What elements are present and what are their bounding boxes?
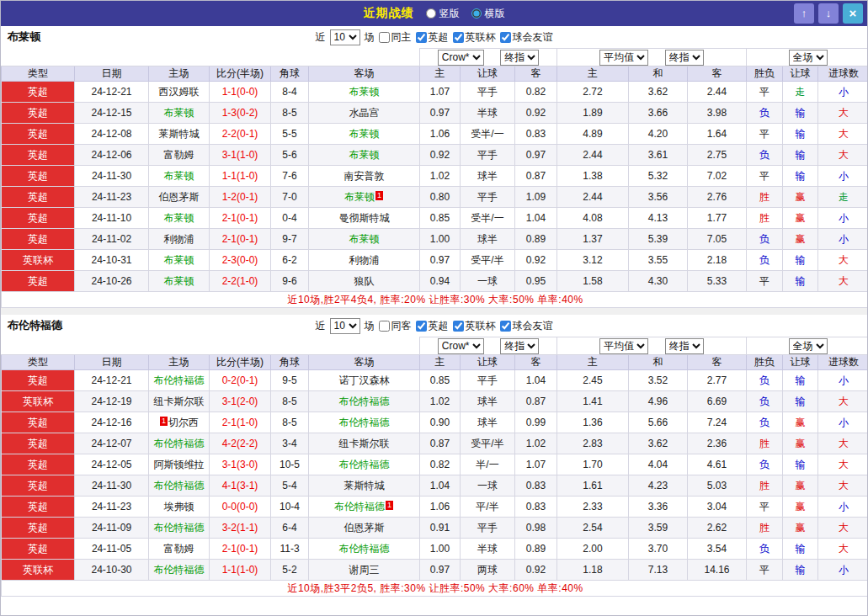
- match-count-select[interactable]: 10: [330, 318, 360, 334]
- close-button[interactable]: ×: [843, 3, 863, 24]
- cell-date: 24-12-15: [75, 103, 149, 124]
- cell-odds-handicap: 平手: [461, 370, 515, 391]
- cell-date: 24-12-16: [75, 412, 149, 433]
- same-venue-checkbox[interactable]: [379, 32, 390, 43]
- away-team-name: 南安普敦: [344, 170, 385, 182]
- cell-odds-handicap: 一球: [461, 271, 515, 292]
- cell-odds-away: 0.83: [515, 475, 557, 497]
- cell-odds-home: 0.85: [420, 208, 461, 229]
- away-team-name: 布伦特福德: [339, 396, 390, 407]
- cell-result-wdl: 胜: [747, 433, 783, 454]
- eflcup-checkbox[interactable]: [453, 32, 464, 43]
- cell-away-team: 水晶宫: [309, 103, 420, 124]
- cell-avg-draw: 4.13: [629, 208, 688, 229]
- layout-vertical-option[interactable]: 竖版: [426, 7, 460, 21]
- cell-score: 2-2(0-1): [210, 124, 271, 145]
- average-group-header: 平均值 终指: [557, 49, 747, 66]
- average-stage-select[interactable]: 终指: [665, 50, 704, 66]
- cell-odds-handicap: 半球: [461, 103, 515, 124]
- col-score: 比分(半场): [210, 355, 271, 370]
- scope-select[interactable]: 全场: [789, 50, 828, 66]
- cell-avg-away: 7.05: [688, 229, 747, 250]
- epl-checkbox[interactable]: [416, 321, 427, 332]
- scope-select[interactable]: 全场: [789, 338, 828, 354]
- cell-score: 1-3(0-2): [210, 103, 271, 124]
- cell-result-handicap: 输: [783, 391, 818, 412]
- league-filter-friendly[interactable]: 球会友谊: [500, 30, 553, 45]
- cell-avg-home: 2.00: [557, 539, 629, 560]
- cell-league: 英超: [2, 103, 75, 124]
- cell-corner: 9-5: [271, 370, 309, 391]
- cell-odds-home: 0.82: [420, 454, 461, 475]
- friendly-checkbox[interactable]: [500, 321, 511, 332]
- league-filter-epl[interactable]: 英超: [416, 319, 449, 333]
- cell-home-team: 富勒姆: [149, 539, 210, 560]
- cell-avg-home: 1.61: [557, 475, 629, 497]
- odds-company-select[interactable]: Crow*: [438, 338, 484, 354]
- same-venue-checkbox[interactable]: [379, 321, 390, 332]
- cell-date: 24-10-31: [75, 250, 149, 271]
- cell-score: 1-1(0-0): [210, 82, 271, 103]
- cell-result-goals: 小: [818, 82, 868, 103]
- league-filter-epl[interactable]: 英超: [416, 30, 449, 45]
- home-team-name: 布莱顿: [164, 275, 194, 287]
- league-filter-eflcup[interactable]: 英联杯: [453, 30, 496, 45]
- average-stage-select[interactable]: 终指: [665, 338, 704, 354]
- cell-result-handicap: 走: [783, 82, 818, 103]
- cell-away-team: 布伦特福德1: [309, 497, 420, 518]
- epl-checkbox[interactable]: [416, 32, 427, 43]
- average-select[interactable]: 平均值: [599, 50, 648, 66]
- same-venue-filter[interactable]: 同主: [379, 30, 412, 45]
- cell-avg-away: 1.77: [688, 208, 747, 229]
- cell-result-goals: 大: [818, 391, 868, 412]
- cell-result-handicap: 赢: [783, 229, 818, 250]
- cell-result-handicap: 输: [783, 250, 818, 271]
- cell-score: 0-2(0-1): [210, 370, 271, 391]
- cell-away-team: 布莱顿1: [309, 187, 420, 208]
- cell-score: 3-2(1-1): [210, 518, 271, 539]
- cell-score: 2-1(1-0): [210, 412, 271, 433]
- move-up-button[interactable]: ↑: [794, 3, 814, 24]
- cell-score: 1-2(0-1): [210, 187, 271, 208]
- league-filter-friendly[interactable]: 球会友谊: [500, 319, 553, 333]
- cell-avg-draw: 3.52: [629, 370, 688, 391]
- odds-stage-select[interactable]: 终指: [500, 338, 539, 354]
- cell-league: 英超: [2, 124, 75, 145]
- same-venue-label: 同客: [391, 319, 412, 333]
- cell-date: 24-11-09: [75, 518, 149, 539]
- cell-league: 英联杯: [2, 250, 75, 271]
- cell-away-team: 布伦特福德: [309, 539, 420, 560]
- move-down-button[interactable]: ↓: [818, 3, 839, 24]
- games-label: 场: [365, 319, 375, 333]
- vertical-radio[interactable]: [426, 8, 436, 19]
- same-venue-filter[interactable]: 同客: [379, 319, 412, 333]
- horizontal-radio[interactable]: [471, 8, 482, 19]
- cell-away-team: 布伦特福德: [309, 391, 420, 412]
- odds-company-select[interactable]: Crow*: [438, 50, 484, 66]
- cell-league: 英超: [2, 412, 75, 433]
- friendly-checkbox[interactable]: [500, 32, 511, 43]
- cell-result-wdl: 平: [747, 166, 783, 187]
- cell-score: 2-1(0-1): [210, 229, 271, 250]
- cell-avg-home: 1.38: [557, 166, 629, 187]
- col-odds-handicap: 让球: [461, 66, 515, 82]
- cell-odds-home: 0.90: [420, 412, 461, 433]
- league-filter-eflcup[interactable]: 英联杯: [453, 319, 496, 333]
- cell-odds-home: 0.91: [420, 518, 461, 539]
- eflcup-checkbox[interactable]: [453, 321, 464, 332]
- cell-odds-home: 1.02: [420, 166, 461, 187]
- cell-home-team: 莱斯特城: [149, 124, 210, 145]
- cell-away-team: 纽卡斯尔联: [309, 433, 420, 454]
- section-header: 布伦特福德 近 10 场 同客 英超 英联杯: [1, 315, 867, 337]
- odds-stage-select[interactable]: 终指: [500, 50, 539, 66]
- cell-result-wdl: 负: [747, 454, 783, 475]
- average-group-header: 平均值 终指: [557, 337, 747, 355]
- layout-horizontal-option[interactable]: 横版: [471, 7, 505, 21]
- scope-group-header: 全场: [747, 337, 868, 355]
- cell-away-team: 布莱顿: [309, 124, 420, 145]
- away-team-name: 布伦特福德: [339, 417, 390, 428]
- match-count-select[interactable]: 10: [330, 29, 360, 45]
- average-select[interactable]: 平均值: [599, 338, 648, 354]
- cell-avg-home: 2.44: [557, 187, 629, 208]
- summary-line: 近10场,胜2平4负4, 胜率:20% 让胜率:30% 大率:50% 单率:40…: [2, 292, 868, 308]
